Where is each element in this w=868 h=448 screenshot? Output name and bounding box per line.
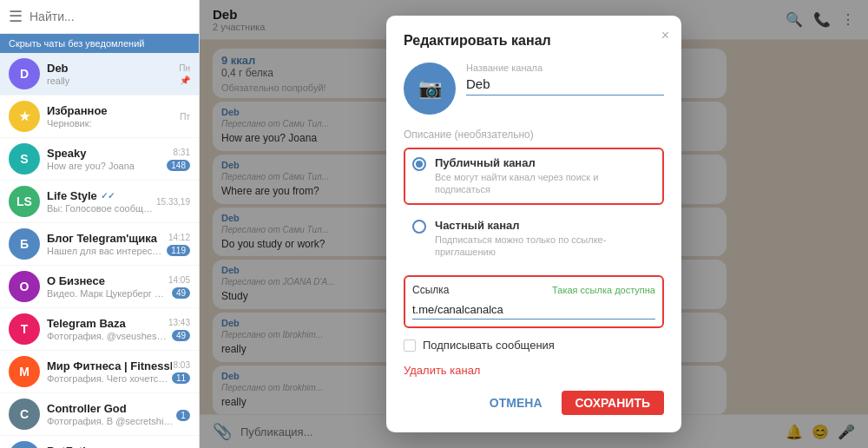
private-channel-text: Частный канал Подписаться можно только п…	[435, 219, 655, 259]
chat-info: ИзбранноеЧерновик:	[47, 104, 180, 128]
chat-item-botfather[interactable]: BBotFatherI can help you create and mana…	[0, 436, 199, 448]
avatar: М	[9, 356, 40, 387]
link-label: Ссылка	[412, 284, 449, 296]
chat-item-controller[interactable]: CController GodФотография. В @secretship…	[0, 393, 199, 436]
badge: 148	[167, 160, 190, 171]
avatar: О	[9, 271, 40, 302]
link-header: Ссылка Такая ссылка доступна	[412, 284, 655, 296]
chat-item-mirfitnes[interactable]: ММир Фитнеса | FitnessRUФотография. Чего…	[0, 351, 199, 393]
chat-meta: 14:12119	[167, 233, 190, 256]
chat-info: Мир Фитнеса | FitnessRUФотография. Чего …	[47, 359, 172, 384]
sidebar: ☰ Скрыть чаты без уведомлений DDebreally…	[0, 0, 200, 448]
chat-name: Speaky	[47, 147, 167, 160]
sign-messages-checkbox[interactable]	[404, 339, 416, 352]
search-input[interactable]	[30, 10, 190, 23]
sidebar-header: ☰	[0, 0, 199, 34]
modal-title: Редактировать канал	[404, 33, 664, 49]
chat-name: Deb	[47, 62, 179, 75]
chat-time: 15.33,19	[156, 197, 190, 207]
chat-info: Controller GodФотография. В @secretship.…	[47, 402, 176, 426]
channel-name-label: Название канала	[466, 63, 664, 73]
avatar: T	[9, 313, 40, 345]
avatar: S	[9, 143, 40, 175]
chat-meta: Пт	[180, 112, 190, 122]
chat-info: BotFatherI can help you create and manag…	[47, 445, 180, 448]
avatar: LS	[9, 186, 40, 217]
chat-info: Блог Telegram'щикаНашел для вас интересн…	[47, 232, 167, 256]
chat-info: Life Style✓✓Вы: Голосовое сообщение	[47, 189, 156, 214]
save-button[interactable]: СОХРАНИТЬ	[562, 391, 664, 415]
private-channel-sub: Подписаться можно только по ссылке-пригл…	[435, 234, 655, 259]
private-channel-label: Частный канал	[435, 219, 655, 232]
public-channel-label: Публичный канал	[435, 156, 655, 169]
badge: 49	[172, 287, 190, 299]
modal-overlay: Редактировать канал × 📷 Название канала …	[200, 0, 868, 448]
chat-item-speaky[interactable]: SSpeakyHow are you? Joana8:31148	[0, 138, 199, 181]
description-label: Описание (необязательно)	[404, 128, 664, 141]
pin-icon: 📌	[180, 76, 190, 85]
chat-area: Deb 2 участника 🔍 📞 ⋮ 9 ккал 0,4 г белка…	[200, 0, 868, 448]
chat-preview: Черновик:	[47, 118, 180, 128]
modal-actions: ОТМЕНА СОХРАНИТЬ	[404, 391, 664, 415]
delete-channel-link[interactable]: Удалить канал	[404, 364, 664, 377]
chat-preview: Нашел для вас интересный хейс...	[47, 246, 167, 256]
public-radio-circle	[412, 157, 426, 171]
chat-time: 13:43	[168, 318, 190, 327]
sign-messages-label: Подписывать сообщения	[423, 339, 555, 352]
private-radio-circle	[412, 220, 426, 234]
chat-name: Controller God	[47, 402, 176, 415]
chat-preview: How are you? Joana	[47, 161, 167, 171]
avatar: D	[9, 58, 40, 89]
chat-name: Избранное	[47, 104, 180, 117]
channel-avatar-section: 📷 Название канала	[404, 63, 664, 115]
chat-meta: 1	[176, 407, 190, 421]
chat-meta: 14:0549	[168, 275, 190, 299]
channel-avatar[interactable]: 📷	[404, 63, 456, 115]
chat-time: 8:31	[174, 148, 190, 157]
chat-info: Telegram BazaФотография. @vseusheskazano…	[47, 317, 168, 341]
avatar: B	[9, 441, 40, 448]
avatar: C	[9, 399, 40, 430]
hide-chats-bar[interactable]: Скрыть чаты без уведомлений	[0, 34, 199, 53]
chat-item-telegrambaza[interactable]: TTelegram BazaФотография. @vseusheskazan…	[0, 308, 199, 351]
chat-meta: Пн📌	[179, 63, 190, 85]
chat-item-deb[interactable]: DDebreallyПн📌	[0, 53, 199, 96]
chat-name: О Бизнесе	[47, 274, 168, 287]
chat-info: Debreally	[47, 62, 179, 86]
chat-item-blogtelegram[interactable]: ББлог Telegram'щикаНашел для вас интерес…	[0, 223, 199, 266]
chat-preview: really	[47, 76, 179, 86]
chat-info: О БизнесеВидео. Марк Цукерберг о роли д.…	[47, 274, 168, 299]
chat-name: BotFather	[47, 445, 180, 448]
link-input[interactable]	[412, 303, 655, 320]
chat-time: Пн	[179, 63, 190, 73]
sign-messages-row: Подписывать сообщения	[404, 339, 664, 352]
channel-name-section: Название канала	[466, 63, 664, 96]
public-channel-sub: Все могут найти канал через поиск и подп…	[435, 171, 655, 196]
channel-type-group: Публичный канал Все могут найти канал че…	[404, 148, 664, 267]
close-icon[interactable]: ×	[661, 28, 669, 43]
chat-list: DDebreallyПн📌★ИзбранноеЧерновик:ПтSSpeak…	[0, 53, 199, 448]
badge: 119	[167, 245, 190, 256]
channel-name-input[interactable]	[466, 76, 664, 96]
chat-meta: 8:0311	[172, 360, 190, 384]
edit-channel-modal: Редактировать канал × 📷 Название канала …	[386, 16, 681, 432]
chat-time: 8:03	[174, 360, 190, 370]
chat-preview: Видео. Марк Цукерберг о роли д...	[47, 288, 168, 299]
chat-preview: Фотография. В @secretship. во вт...	[47, 416, 176, 426]
private-channel-option[interactable]: Частный канал Подписаться можно только п…	[404, 210, 664, 267]
link-available: Такая ссылка доступна	[552, 285, 655, 295]
link-section: Ссылка Такая ссылка доступна	[404, 275, 664, 328]
badge: 1	[176, 410, 190, 421]
chat-name: Telegram Baza	[47, 317, 168, 330]
public-channel-option[interactable]: Публичный канал Все могут найти канал че…	[404, 148, 664, 205]
cancel-button[interactable]: ОТМЕНА	[479, 391, 553, 415]
avatar: ★	[9, 101, 40, 132]
chat-item-favorites[interactable]: ★ИзбранноеЧерновик:Пт	[0, 96, 199, 138]
chat-info: SpeakyHow are you? Joana	[47, 147, 167, 171]
menu-icon[interactable]: ☰	[9, 7, 23, 26]
public-channel-text: Публичный канал Все могут найти канал че…	[435, 156, 655, 196]
chat-item-obiznes[interactable]: ОО БизнесеВидео. Марк Цукерберг о роли д…	[0, 266, 199, 308]
chat-name: Блог Telegram'щика	[47, 232, 167, 245]
chat-item-lifestyle[interactable]: LSLife Style✓✓Вы: Голосовое сообщение15.…	[0, 181, 199, 223]
checkmark-icon: ✓✓	[101, 191, 115, 201]
